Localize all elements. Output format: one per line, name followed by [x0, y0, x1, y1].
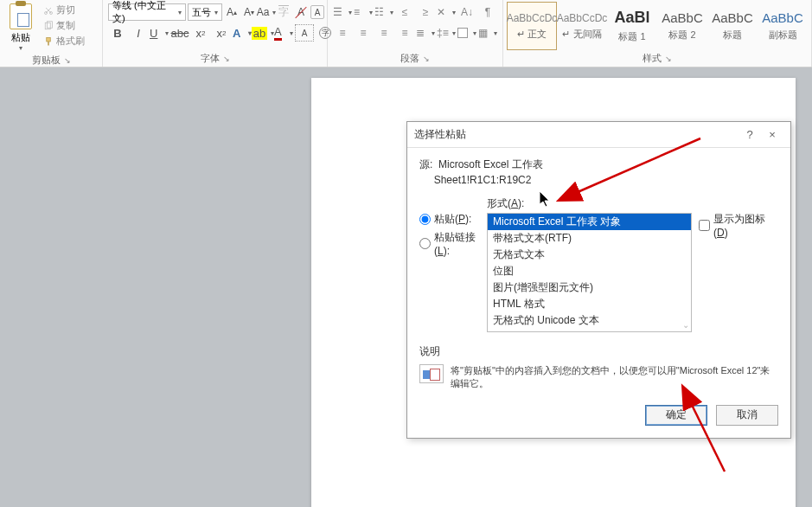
description-icon: [419, 364, 444, 383]
style-preview: AaBbC: [762, 10, 803, 25]
style-preview: AaBbCcDc: [557, 12, 608, 24]
chevron-down-icon: ▾: [470, 29, 476, 37]
source-app: Microsoft Excel 工作表: [438, 158, 543, 170]
format-option[interactable]: HTML 格式: [488, 296, 691, 312]
style-card-subtitle[interactable]: AaBbC 副标题: [758, 2, 808, 50]
style-card-heading1[interactable]: AaBl 标题 1: [607, 2, 657, 50]
group-font: 等线 (中文正文)▾ 五号▾ A▴ A▾ Aa▾ 字 A A B I U▾ ab…: [103, 0, 328, 67]
cancel-button[interactable]: 取消: [716, 405, 778, 426]
style-name: 副标题: [769, 29, 797, 42]
styles-group-label: 样式: [643, 52, 662, 65]
chevron-down-icon: ▾: [387, 9, 393, 16]
phonetic-guide-button[interactable]: 字: [276, 4, 291, 20]
format-painter-button[interactable]: 格式刷: [42, 34, 86, 48]
description-label: 说明: [419, 344, 778, 359]
font-launcher[interactable]: ↘: [223, 55, 230, 63]
ribbon: 粘贴 ▾ 剪切 复制 格式刷 剪贴板↘: [0, 0, 812, 67]
group-clipboard: 粘贴 ▾ 剪切 复制 格式刷 剪贴板↘: [0, 0, 103, 67]
paste-radio-hotkey: P: [458, 213, 465, 225]
format-option[interactable]: 带格式文本(RTF): [488, 230, 691, 247]
font-size-combo[interactable]: 五号▾: [188, 3, 222, 21]
text-effects-button[interactable]: A▾: [233, 24, 252, 42]
paste-special-dialog: 选择性粘贴 ? × 源: Microsoft Excel 工作表 Sheet1!…: [406, 121, 791, 439]
style-card-heading2[interactable]: AaBbC 标题 2: [657, 2, 707, 50]
decrease-indent-button[interactable]: ≤: [395, 3, 414, 21]
svg-rect-5: [48, 42, 49, 46]
paste-button[interactable]: 粘贴 ▾: [3, 2, 38, 54]
numbering-button[interactable]: ≡▾: [354, 3, 373, 21]
paragraph-launcher[interactable]: ↘: [423, 55, 430, 63]
format-label: 形式(A):: [487, 196, 692, 211]
styles-launcher[interactable]: ↘: [665, 55, 672, 63]
underline-button[interactable]: U▾: [150, 24, 169, 42]
pastelink-radio-input[interactable]: [419, 238, 431, 249]
paste-radio[interactable]: 粘贴(P):: [419, 212, 487, 227]
style-preview: AaBl: [614, 9, 649, 27]
format-option[interactable]: Microsoft Excel 工作表 对象: [488, 214, 691, 230]
shrink-font-button[interactable]: A▾: [241, 4, 257, 20]
format-listbox[interactable]: Microsoft Excel 工作表 对象 带格式文本(RTF) 无格式文本 …: [487, 213, 692, 332]
enclose-character2-button[interactable]: 字: [316, 24, 335, 42]
asian-layout-button[interactable]: ✕▾: [437, 3, 456, 21]
clipboard-launcher[interactable]: ↘: [64, 56, 71, 65]
line-spacing-button[interactable]: ‡≡▾: [437, 24, 456, 42]
character-shading-button[interactable]: A: [295, 24, 314, 42]
style-name: ↵ 正文: [517, 28, 547, 41]
format-option[interactable]: 无格式的 Unicode 文本: [488, 312, 691, 329]
shading-button[interactable]: ▾: [457, 24, 476, 42]
strikethrough-button[interactable]: abc: [170, 24, 189, 42]
font-name-combo[interactable]: 等线 (中文正文)▾: [108, 3, 186, 21]
justify-button[interactable]: ≡: [395, 24, 414, 42]
increase-indent-button[interactable]: ≥: [416, 3, 435, 21]
distributed-button[interactable]: ≣▾: [416, 24, 435, 42]
borders-button[interactable]: ▦▾: [478, 24, 497, 42]
chevron-down-icon: ▾: [449, 9, 456, 16]
ok-button[interactable]: 确定: [645, 405, 707, 426]
align-right-button[interactable]: ≡: [374, 24, 393, 42]
align-center-button[interactable]: ≡: [354, 24, 373, 42]
styles-gallery[interactable]: AaBbCcDc ↵ 正文 AaBbCcDc ↵ 无间隔 AaBl 标题 1 A…: [507, 2, 808, 50]
copy-button[interactable]: 复制: [42, 18, 86, 33]
dialog-titlebar[interactable]: 选择性粘贴 ? ×: [407, 122, 790, 148]
grow-font-button[interactable]: A▴: [224, 4, 240, 20]
sort-button[interactable]: A↓: [457, 3, 476, 21]
source-label: 源:: [419, 158, 432, 170]
format-option[interactable]: 无格式文本: [488, 247, 691, 263]
source-range: Sheet1!R1C1:R19C2: [434, 174, 532, 186]
chevron-down-icon: ▾: [19, 44, 22, 52]
help-button[interactable]: ?: [738, 128, 761, 141]
superscript-button[interactable]: x2: [212, 24, 231, 42]
italic-button[interactable]: I: [129, 24, 148, 42]
align-left-button[interactable]: ≡: [333, 24, 352, 42]
show-as-icon-input[interactable]: [699, 220, 710, 231]
style-preview: AaBbC: [662, 10, 703, 25]
enclose-character-button[interactable]: A: [310, 5, 324, 19]
style-card-title[interactable]: AaBbC 标题: [707, 2, 758, 50]
style-name: 标题 2: [668, 29, 695, 42]
multilevel-list-button[interactable]: ☷▾: [374, 3, 393, 21]
font-color-button[interactable]: A▾: [274, 24, 293, 42]
paragraph-group-label: 段落: [400, 52, 419, 65]
style-card-nospacing[interactable]: AaBbCcDc ↵ 无间隔: [557, 2, 607, 50]
format-option[interactable]: 图片(增强型图元文件): [488, 279, 691, 296]
clear-formatting-button[interactable]: A: [293, 4, 309, 20]
pastelink-radio[interactable]: 粘贴链接(L):: [419, 230, 487, 257]
group-styles: AaBbCcDc ↵ 正文 AaBbCcDc ↵ 无间隔 AaBl 标题 1 A…: [503, 0, 812, 67]
show-marks-button[interactable]: ¶: [478, 3, 497, 21]
style-card-normal[interactable]: AaBbCcDc ↵ 正文: [507, 2, 557, 50]
highlight-button[interactable]: ab▾: [253, 24, 272, 42]
paste-radio-input[interactable]: [419, 214, 431, 225]
font-group-label: 字体: [201, 52, 220, 65]
change-case-button[interactable]: Aa▾: [259, 4, 274, 20]
bold-button[interactable]: B: [108, 24, 127, 42]
cut-button[interactable]: 剪切: [42, 3, 86, 17]
format-option[interactable]: 位图: [488, 263, 691, 279]
copy-icon: [43, 21, 54, 31]
subscript-button[interactable]: x2: [191, 24, 210, 42]
show-as-icon-checkbox[interactable]: 显示为图标(D): [699, 212, 778, 239]
style-name: 标题: [723, 29, 742, 42]
bullets-button[interactable]: ☰▾: [333, 3, 352, 21]
paste-icon: [10, 3, 32, 29]
font-name-value: 等线 (中文正文): [112, 0, 175, 25]
close-button[interactable]: ×: [761, 128, 783, 141]
